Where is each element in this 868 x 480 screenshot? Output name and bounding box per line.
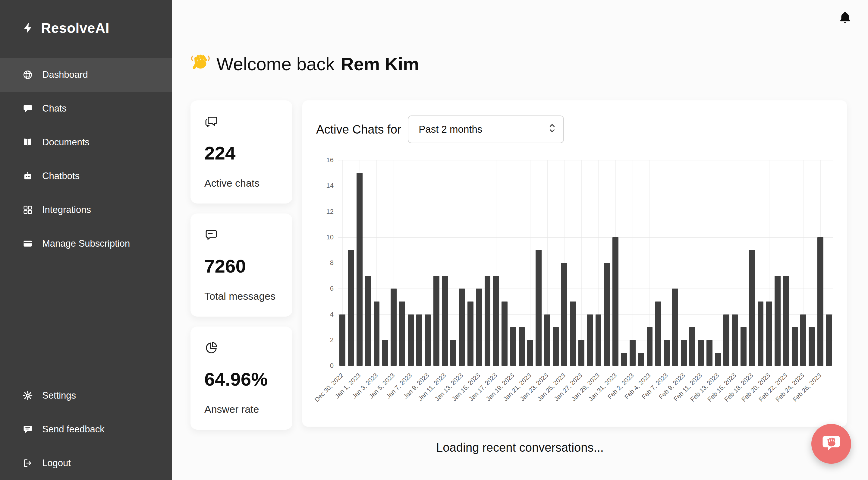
chart-bar[interactable] [416, 314, 422, 366]
sidebar-item-label: Documents [42, 137, 90, 148]
chart-bar[interactable] [621, 353, 627, 366]
chart-bar[interactable] [698, 340, 704, 366]
notifications-bell-icon[interactable] [838, 10, 852, 25]
sidebar-item-logout[interactable]: Logout [0, 446, 172, 480]
chart-bar[interactable] [391, 289, 397, 366]
chart-bar[interactable] [485, 276, 491, 366]
y-tick-label: 6 [330, 284, 334, 293]
user-name: Rem Kim [341, 54, 419, 74]
chart-bar[interactable] [527, 340, 533, 366]
chart-bar[interactable] [629, 340, 636, 366]
stat-label: Answer rate [204, 403, 278, 415]
bar-slot: Feb 4, 2023 [645, 160, 654, 366]
chart-bar[interactable] [732, 314, 738, 366]
chart-bar[interactable] [689, 327, 695, 366]
sidebar-item-chatbots[interactable]: Chatbots [0, 159, 172, 193]
bar-slot [381, 160, 390, 366]
chart-bar[interactable] [800, 314, 806, 366]
chart-bar[interactable] [510, 327, 516, 366]
bar-slot: Feb 7, 2023 [662, 160, 671, 366]
chart-bar[interactable] [493, 276, 499, 366]
bar-slot [432, 160, 440, 366]
chart-bar[interactable] [817, 237, 824, 366]
date-range-select[interactable]: Past 2 months [408, 116, 564, 143]
chart-bar[interactable] [766, 301, 772, 366]
chart-bar[interactable] [348, 250, 354, 366]
bar-slot [739, 160, 748, 366]
chart-bar[interactable] [425, 314, 431, 366]
sidebar-item-chats[interactable]: Chats [0, 92, 172, 125]
chart-bar[interactable] [595, 314, 601, 366]
chart-bar[interactable] [655, 301, 661, 366]
chart-bar[interactable] [374, 301, 380, 366]
chart-bar[interactable] [672, 289, 678, 366]
logout-icon [22, 458, 33, 469]
sidebar-item-dashboard[interactable]: Dashboard [0, 58, 172, 92]
chart-bar[interactable] [450, 340, 456, 366]
credit-card-icon [22, 238, 33, 249]
chart-bar[interactable] [613, 237, 618, 366]
chart-bar[interactable] [459, 289, 465, 366]
sidebar-item-integrations[interactable]: Integrations [0, 193, 172, 227]
bar-slot: Feb 13, 2023 [714, 160, 722, 366]
chart-bar[interactable] [775, 276, 781, 366]
bar-slot: Jan 1, 2023 [355, 160, 364, 366]
sidebar-footer-nav: Settings Send feedback [0, 379, 172, 480]
sidebar-item-settings[interactable]: Settings [0, 379, 172, 413]
chart-bar[interactable] [365, 276, 371, 366]
chart-bar[interactable] [664, 340, 670, 366]
chart-plot-area: Dec 30, 2022Jan 1, 2023Jan 3, 2023Jan 5,… [338, 160, 833, 366]
bar-slot: Feb 26, 2023 [816, 160, 825, 366]
sidebar-item-manage-subscription[interactable]: Manage Subscription [0, 227, 172, 261]
stats-column: 224 Active chats 7260 Total messages 64.… [190, 100, 292, 430]
chart-bar[interactable] [792, 327, 798, 366]
sidebar-item-documents[interactable]: Documents [0, 125, 172, 159]
chart-bar[interactable] [467, 301, 473, 366]
chart-bar[interactable] [783, 276, 789, 366]
chart-bar[interactable] [519, 327, 525, 366]
chart-bar[interactable] [408, 314, 414, 366]
chart-bar[interactable] [535, 250, 541, 366]
chart-bar[interactable] [826, 314, 832, 366]
chart-bar[interactable] [501, 301, 507, 366]
chart-bar[interactable] [433, 276, 439, 366]
sidebar-item-send-feedback[interactable]: Send feedback [0, 413, 172, 446]
chart-bar[interactable] [715, 353, 721, 366]
chart-bar[interactable] [587, 314, 593, 366]
chart-bar[interactable] [809, 327, 815, 366]
chart-bar[interactable] [570, 301, 576, 366]
chart-bar[interactable] [382, 340, 388, 366]
bar-slot: Feb 11, 2023 [696, 160, 705, 366]
chart-bar[interactable] [647, 327, 653, 366]
chart-bar[interactable] [638, 353, 644, 366]
chart-bar[interactable] [544, 314, 550, 366]
chart-bar[interactable] [741, 327, 747, 366]
chart-bar[interactable] [356, 173, 363, 366]
sidebar-item-label: Chats [42, 103, 67, 114]
chart-bar[interactable] [442, 276, 448, 366]
chart-bar[interactable] [758, 301, 764, 366]
chart-bar[interactable] [561, 263, 567, 366]
sidebar-item-label: Logout [42, 458, 71, 469]
bar-slot: Jan 3, 2023 [372, 160, 381, 366]
sidebar-item-label: Send feedback [42, 424, 104, 435]
chart-bar[interactable] [707, 340, 712, 366]
chart-bar[interactable] [578, 340, 584, 366]
bar-slot: Feb 18, 2023 [748, 160, 756, 366]
chart-bar[interactable] [604, 263, 610, 366]
bar-slot [688, 160, 696, 366]
bar-slot [415, 160, 424, 366]
chart-bar[interactable] [681, 340, 687, 366]
y-tick-label: 10 [327, 233, 334, 241]
page-title: Welcome back Rem Kim [190, 52, 419, 76]
chart-bar[interactable] [749, 250, 755, 366]
bar-slot [398, 160, 406, 366]
chart-bar[interactable] [399, 301, 405, 366]
chat-bubbles-icon [204, 115, 218, 129]
chart-bar[interactable] [553, 327, 559, 366]
stat-card-total-messages: 7260 Total messages [190, 213, 292, 317]
chat-widget-button[interactable] [811, 424, 851, 464]
chart-bar[interactable] [339, 314, 345, 366]
chart-bar[interactable] [723, 314, 730, 366]
chart-bar[interactable] [476, 289, 482, 366]
